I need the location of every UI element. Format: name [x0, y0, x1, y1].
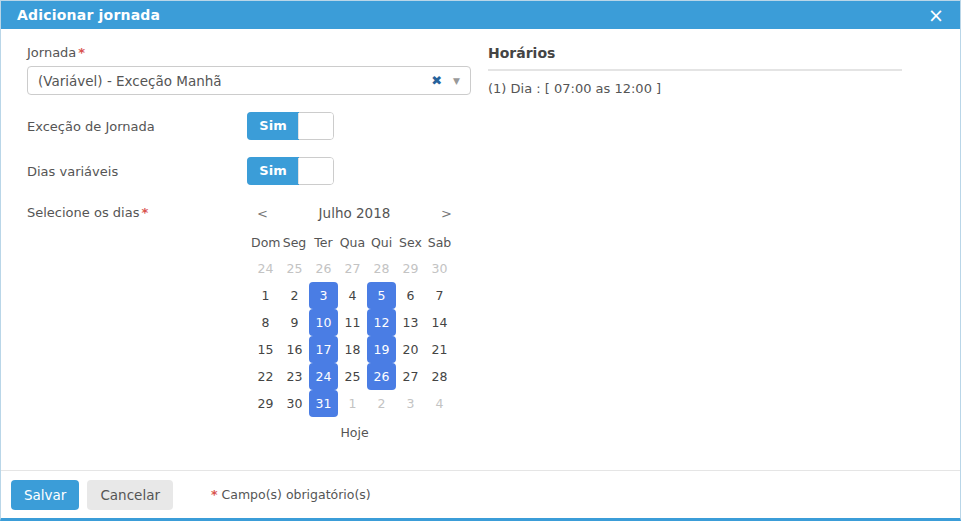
calendar-day[interactable]: 10 — [309, 309, 338, 336]
excecao-jornada-label: Exceção de Jornada — [27, 119, 247, 134]
calendar-day[interactable]: 2 — [280, 282, 309, 309]
calendar-day[interactable]: 6 — [396, 282, 425, 309]
calendar-day[interactable]: 11 — [338, 309, 367, 336]
selecione-dias-row: Selecione os dias* < Julho 2018 > DomSeg… — [27, 201, 471, 440]
form-column: Jornada* (Variável) - Exceção Manhã ✖ ▼ … — [27, 45, 471, 470]
calendar-day[interactable]: 7 — [425, 282, 454, 309]
calendar-day[interactable]: 25 — [338, 363, 367, 390]
next-month-icon[interactable]: > — [432, 206, 452, 221]
calendar-day[interactable]: 30 — [425, 255, 454, 282]
cancel-button[interactable]: Cancelar — [87, 480, 173, 510]
prev-month-icon[interactable]: < — [257, 206, 277, 221]
dias-variaveis-label: Dias variáveis — [27, 164, 247, 179]
calendar-day[interactable]: 1 — [338, 390, 367, 417]
calendar-day[interactable]: 16 — [280, 336, 309, 363]
calendar-day[interactable]: 27 — [396, 363, 425, 390]
calendar-month-title[interactable]: Julho 2018 — [277, 205, 432, 221]
horario-entry: (1) Dia : [ 07:00 as 12:00 ] — [488, 81, 902, 96]
calendar-day[interactable]: 24 — [251, 255, 280, 282]
excecao-jornada-toggle[interactable]: Sim — [247, 112, 334, 140]
calendar-day[interactable]: 30 — [280, 390, 309, 417]
calendar-day[interactable]: 2 — [367, 390, 396, 417]
horarios-title: Horários — [488, 45, 902, 71]
calendar-day[interactable]: 25 — [280, 255, 309, 282]
weekday-label: Qui — [367, 231, 396, 255]
toggle-on-label: Sim — [247, 112, 299, 140]
modal-title: Adicionar jornada — [17, 7, 160, 23]
calendar-day[interactable]: 12 — [367, 309, 396, 336]
calendar-day[interactable]: 3 — [396, 390, 425, 417]
datepicker: < Julho 2018 > DomSegTerQuaQuiSexSab 242… — [247, 201, 458, 440]
today-button[interactable]: Hoje — [251, 425, 458, 440]
jornada-select[interactable]: (Variável) - Exceção Manhã ✖ ▼ — [27, 66, 471, 95]
datepicker-nav: < Julho 2018 > — [251, 201, 458, 225]
weekday-label: Qua — [338, 231, 367, 255]
weekday-label: Sex — [396, 231, 425, 255]
calendar-day[interactable]: 1 — [251, 282, 280, 309]
calendar-day[interactable]: 24 — [309, 363, 338, 390]
calendar-day[interactable]: 27 — [338, 255, 367, 282]
calendar-day[interactable]: 4 — [338, 282, 367, 309]
weekday-label: Sab — [425, 231, 454, 255]
modal-footer: Salvar Cancelar * Campo(s) obrigatório(s… — [1, 470, 960, 518]
calendar-day[interactable]: 18 — [338, 336, 367, 363]
calendar-day[interactable]: 26 — [309, 255, 338, 282]
calendar-day[interactable]: 23 — [280, 363, 309, 390]
calendar-day[interactable]: 3 — [309, 282, 338, 309]
jornada-select-value: (Variável) - Exceção Manhã — [38, 73, 431, 89]
selecione-dias-label-text: Selecione os dias — [27, 205, 139, 220]
jornada-label: Jornada* — [27, 45, 471, 60]
toggle-on-label: Sim — [247, 157, 299, 185]
calendar-day[interactable]: 26 — [367, 363, 396, 390]
calendar-day[interactable]: 5 — [367, 282, 396, 309]
calendar-day[interactable]: 4 — [425, 390, 454, 417]
calendar-day[interactable]: 28 — [425, 363, 454, 390]
toggle-handle[interactable] — [298, 113, 333, 139]
dias-variaveis-row: Dias variáveis Sim — [27, 157, 471, 185]
excecao-jornada-row: Exceção de Jornada Sim — [27, 112, 471, 140]
modal-header: Adicionar jornada × — [1, 1, 960, 29]
calendar-day[interactable]: 8 — [251, 309, 280, 336]
toggle-handle[interactable] — [298, 158, 333, 184]
calendar-day[interactable]: 20 — [396, 336, 425, 363]
required-fields-note: * Campo(s) obrigatório(s) — [209, 487, 371, 502]
calendar-grid: 2425262728293012345678910111213141516171… — [251, 255, 458, 417]
dias-variaveis-toggle[interactable]: Sim — [247, 157, 334, 185]
close-icon[interactable]: × — [928, 6, 944, 25]
dropdown-caret-icon[interactable]: ▼ — [453, 76, 460, 86]
clear-selection-icon[interactable]: ✖ — [431, 73, 442, 88]
required-asterisk: * — [141, 205, 148, 220]
calendar-day[interactable]: 15 — [251, 336, 280, 363]
calendar-day[interactable]: 29 — [251, 390, 280, 417]
calendar-day[interactable]: 9 — [280, 309, 309, 336]
calendar-day[interactable]: 28 — [367, 255, 396, 282]
adicionar-jornada-modal: Adicionar jornada × Jornada* (Variável) … — [0, 0, 961, 521]
weekday-label: Ter — [309, 231, 338, 255]
weekday-label: Dom — [251, 231, 280, 255]
modal-body: Jornada* (Variável) - Exceção Manhã ✖ ▼ … — [1, 29, 960, 470]
required-note-text: Campo(s) obrigatório(s) — [222, 487, 371, 502]
horarios-panel: Horários (1) Dia : [ 07:00 as 12:00 ] — [488, 45, 902, 470]
weekday-header-row: DomSegTerQuaQuiSexSab — [251, 231, 458, 255]
calendar-day[interactable]: 22 — [251, 363, 280, 390]
calendar-day[interactable]: 17 — [309, 336, 338, 363]
calendar-day[interactable]: 21 — [425, 336, 454, 363]
save-button[interactable]: Salvar — [11, 480, 79, 510]
jornada-label-text: Jornada — [27, 45, 76, 60]
weekday-label: Seg — [280, 231, 309, 255]
required-asterisk: * — [211, 487, 218, 502]
calendar-day[interactable]: 19 — [367, 336, 396, 363]
selecione-dias-label: Selecione os dias* — [27, 205, 247, 220]
calendar-day[interactable]: 13 — [396, 309, 425, 336]
required-asterisk: * — [78, 45, 85, 60]
calendar-day[interactable]: 29 — [396, 255, 425, 282]
calendar-day[interactable]: 14 — [425, 309, 454, 336]
calendar-day[interactable]: 31 — [309, 390, 338, 417]
